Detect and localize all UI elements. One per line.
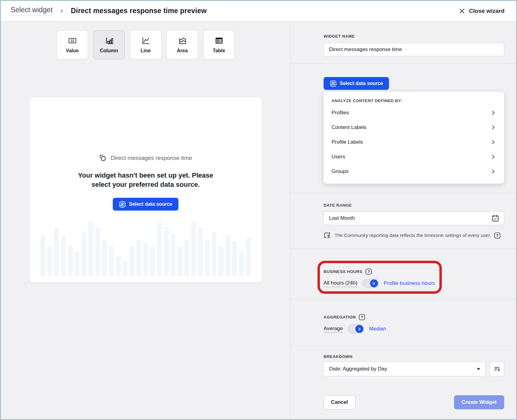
- breakdown-sort-button[interactable]: [490, 362, 504, 376]
- map-person-icon: [324, 231, 332, 239]
- empty-state-message: Your widget hasn't been set up yet. Plea…: [75, 171, 216, 189]
- aggregation-toggle[interactable]: [348, 324, 364, 333]
- widget-name-input[interactable]: [324, 43, 504, 56]
- chevron-right-icon: [490, 110, 496, 116]
- profile-business-hours-label[interactable]: Profile business hours: [384, 280, 435, 286]
- date-range-label: DATE RANGE: [324, 203, 504, 208]
- placeholder-bar: [164, 227, 168, 276]
- data-source-option-groups[interactable]: Groups: [332, 164, 496, 179]
- placeholder-bar: [212, 232, 216, 276]
- data-source-options-list: Profiles Content Labels Profile Labels: [332, 105, 496, 179]
- chevron-right-icon: [490, 168, 496, 175]
- calendar-icon: [491, 214, 499, 222]
- widget-type-area[interactable]: Area: [167, 30, 198, 59]
- placeholder-bar: [47, 247, 52, 276]
- placeholder-bar: [116, 256, 120, 276]
- placeholder-bar: [184, 240, 189, 276]
- widget-type-label: Column: [100, 48, 118, 53]
- placeholder-bar: [75, 252, 79, 276]
- placeholder-bar: [130, 247, 134, 276]
- business-hours-section: BUSINESS HOURS ? All hours (24h) Profile…: [291, 249, 516, 299]
- placeholder-bar-chart: [41, 220, 251, 276]
- select-data-source-button[interactable]: Select data source: [324, 77, 389, 90]
- area-chart-icon: [178, 36, 187, 45]
- table-icon: [215, 36, 224, 45]
- select-data-source-button-preview[interactable]: Select data source: [113, 198, 178, 211]
- placeholder-bar: [82, 232, 86, 276]
- widget-icon: [99, 154, 107, 162]
- placeholder-bar: [178, 247, 182, 276]
- business-hours-help-icon[interactable]: ?: [365, 268, 372, 275]
- placeholder-bar: [61, 236, 66, 276]
- data-source-option-profile-labels[interactable]: Profile Labels: [332, 135, 496, 149]
- date-range-section: DATE RANGE Last Month The Community repo…: [291, 193, 516, 249]
- placeholder-bar: [95, 228, 100, 276]
- data-source-option-content-labels[interactable]: Content Labels: [332, 120, 496, 135]
- business-hours-label: BUSINESS HOURS: [324, 269, 362, 274]
- business-hours-toggle[interactable]: [362, 279, 379, 288]
- widget-type-column[interactable]: Column: [93, 30, 125, 59]
- placeholder-bar: [102, 240, 107, 276]
- chevron-right-icon: [490, 124, 496, 131]
- data-source-option-users[interactable]: Users: [332, 149, 496, 164]
- svg-text:?: ?: [361, 315, 363, 319]
- line-chart-icon: [141, 36, 150, 45]
- widget-preview-card: Direct messages response time Your widge…: [30, 97, 262, 282]
- data-source-dropdown-panel: ANALYZE CONTENT DEFINED BY: Profiles Con…: [324, 92, 504, 184]
- placeholder-bar: [218, 246, 223, 276]
- column-chart-icon: [105, 36, 114, 45]
- widget-wizard-window: Select widget Direct messages response t…: [0, 0, 517, 420]
- placeholder-bar: [143, 243, 148, 276]
- close-wizard-button[interactable]: Close wizard: [459, 8, 504, 14]
- breakdown-label: BREAKDOWN: [324, 354, 504, 359]
- widget-name-label: WIDGET NAME: [324, 34, 504, 39]
- placeholder-bar: [123, 262, 127, 276]
- placeholder-bar: [54, 228, 59, 276]
- breadcrumb-chevron-icon: [59, 9, 64, 13]
- cancel-button[interactable]: Cancel: [324, 395, 355, 409]
- breakdown-value: Date: Aggregated by Day: [329, 366, 387, 372]
- widget-type-label: Value: [66, 48, 79, 53]
- select-data-source-label: Select data source: [129, 201, 172, 207]
- date-range-select[interactable]: Last Month: [324, 212, 504, 225]
- placeholder-bar: [198, 227, 203, 276]
- aggregation-section: AGGREGATION ? Average Median: [291, 299, 516, 346]
- chevron-right-icon: [490, 139, 496, 145]
- median-label[interactable]: Median: [369, 326, 386, 332]
- average-label[interactable]: Average: [324, 326, 343, 333]
- page-title: Direct messages response time preview: [71, 7, 207, 15]
- wizard-header: Select widget Direct messages response t…: [1, 1, 516, 21]
- red-highlight-annotation: [317, 261, 442, 294]
- breakdown-section: BREAKDOWN Date: Aggregated by Day: [291, 346, 516, 395]
- breakdown-select[interactable]: Date: Aggregated by Day: [324, 362, 485, 376]
- toggle-knob-chevron-icon: [355, 325, 363, 333]
- placeholder-bar: [191, 221, 196, 276]
- svg-text:13: 13: [71, 39, 74, 42]
- wizard-actions: Cancel Create Widget: [291, 395, 516, 419]
- svg-text:?: ?: [496, 234, 498, 238]
- placeholder-bar: [232, 241, 237, 276]
- widget-name-section: WIDGET NAME: [291, 21, 516, 64]
- caret-down-icon: [477, 368, 480, 370]
- svg-text:?: ?: [368, 270, 370, 274]
- widget-type-label: Area: [177, 48, 188, 53]
- timezone-note: The Community reporting data reflects th…: [324, 231, 504, 239]
- data-source-icon: [330, 80, 337, 87]
- all-hours-label[interactable]: All hours (24h): [324, 280, 358, 287]
- placeholder-bar: [150, 247, 155, 276]
- data-source-option-profiles[interactable]: Profiles: [332, 105, 496, 120]
- breadcrumb-select-widget[interactable]: Select widget: [11, 6, 53, 16]
- placeholder-bar: [226, 235, 230, 276]
- data-source-icon: [119, 201, 126, 208]
- widget-type-value[interactable]: 13 Value: [57, 30, 88, 59]
- placeholder-bar: [246, 238, 251, 276]
- preview-area: 13 Value Column Line Area Table: [1, 21, 291, 419]
- create-widget-button[interactable]: Create Widget: [454, 395, 504, 409]
- timezone-note-text: The Community reporting data reflects th…: [335, 233, 491, 238]
- chevron-right-icon: [490, 154, 496, 160]
- aggregation-help-icon[interactable]: ?: [359, 314, 365, 320]
- placeholder-bar: [171, 234, 175, 276]
- widget-type-table[interactable]: Table: [203, 30, 235, 59]
- widget-type-line[interactable]: Line: [130, 30, 161, 59]
- timezone-help-icon[interactable]: ?: [494, 232, 501, 239]
